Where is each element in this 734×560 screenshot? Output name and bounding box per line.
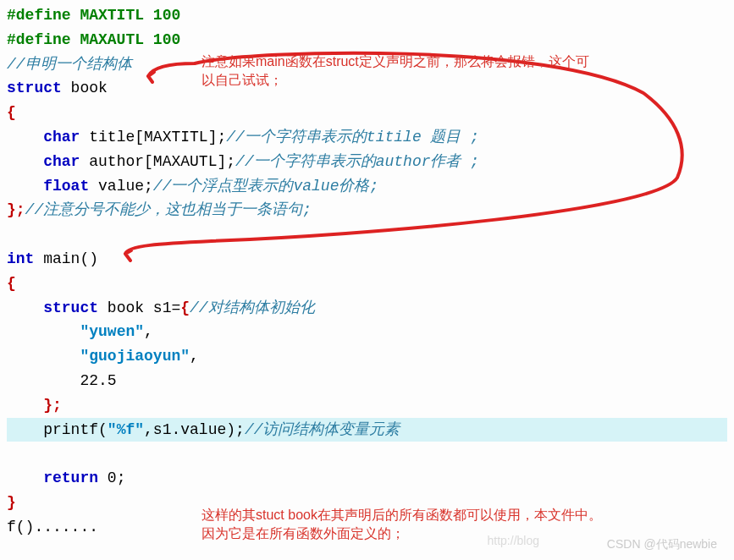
comment: //一个字符串表示的author作者 ; — [235, 153, 479, 170]
keyword-char: char — [43, 129, 80, 145]
comment: //访问结构体变量元素 — [245, 421, 400, 438]
watermark-csdn: CSDN @代码newbie — [607, 535, 717, 553]
brace-open: { — [7, 275, 16, 292]
comment: //一个浮点型表示的value价格; — [153, 178, 378, 195]
comment: //申明一个结构体 — [7, 56, 132, 73]
annotation-top-line2: 以自己试试； — [201, 69, 283, 91]
code-block: #define MAXTITL 100 #define MAXAUTL 100 … — [0, 0, 734, 543]
main-decl: main() — [34, 250, 98, 267]
comment: //一个字符串表示的titile 题目 ; — [226, 129, 479, 145]
keyword-float: float — [43, 178, 89, 195]
keyword-int: int — [7, 250, 34, 267]
preproc-line: #define MAXTITL 100 — [7, 7, 180, 24]
call-printf: printf( — [43, 421, 108, 438]
indent — [7, 469, 43, 486]
string-literal: "guojiaoyun" — [80, 348, 190, 365]
comma: , — [190, 348, 199, 365]
field-author: author[MAXAUTL]; — [80, 153, 235, 170]
field-value: value; — [89, 178, 153, 195]
indent — [7, 129, 43, 145]
comment: //对结构体初始化 — [190, 299, 315, 316]
keyword-struct: struct — [7, 80, 62, 96]
indent — [7, 421, 43, 438]
field-title: title[MAXTITL]; — [80, 129, 226, 145]
struct-end-brace: }; — [7, 201, 25, 218]
call-args: ,s1.value); — [144, 421, 245, 438]
indent — [7, 178, 43, 195]
preproc-line: #define MAXAUTL 100 — [7, 31, 180, 48]
format-string: "%f" — [108, 421, 144, 438]
trailing-code: f()....... — [7, 519, 98, 535]
keyword-struct: struct — [43, 299, 98, 316]
keyword-char: char — [43, 153, 80, 170]
keyword-return: return — [43, 469, 98, 486]
return-value: 0; — [98, 469, 125, 486]
indent — [7, 299, 43, 316]
comma: , — [144, 323, 153, 340]
struct-name: book — [62, 80, 108, 96]
number-literal: 22.5 — [80, 372, 116, 389]
init-brace: { — [180, 299, 190, 316]
string-literal: "yuwen" — [80, 323, 144, 340]
init-end-brace: }; — [43, 397, 62, 414]
comment: //注意分号不能少，这也相当于一条语句; — [25, 201, 312, 218]
brace-open: { — [7, 104, 16, 121]
watermark-blog: http://blog — [488, 531, 540, 550]
var-decl: book s1= — [98, 299, 180, 316]
indent — [7, 397, 43, 414]
indent — [7, 153, 43, 170]
brace-close: } — [7, 494, 16, 511]
annotation-bottom-line2: 因为它是在所有函数外面定义的； — [201, 523, 405, 545]
